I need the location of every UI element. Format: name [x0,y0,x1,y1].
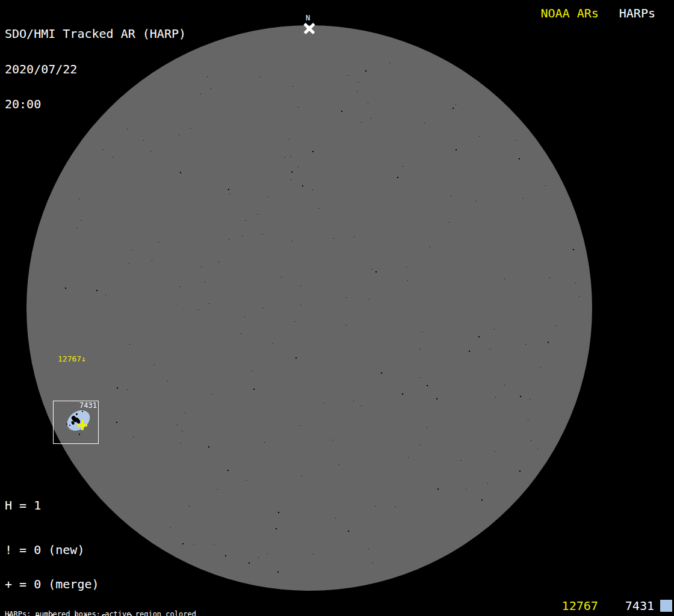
magnetogram-speck [476,201,477,202]
magnetogram-speck [376,271,377,273]
magnetogram-speck [487,483,488,484]
magnetogram-speck [246,480,247,481]
magnetogram-speck [150,151,151,152]
magnetogram-speck [528,419,528,420]
harp-color-swatch [660,600,672,612]
frame-date: 2020/07/22 [5,64,186,76]
magnetogram-speck [211,88,211,89]
magnetogram-speck [103,149,104,150]
magnetogram-speck [253,389,255,390]
magnetogram-speck [189,506,190,507]
magnetogram-speck [573,249,574,250]
magnetogram-speck [358,82,359,82]
noaa-ar-shifted-label: 12767↓ [58,354,86,363]
magnetogram-speck [127,389,128,390]
magnetogram-speck [209,303,209,304]
magnetogram-speck [249,562,250,564]
magnetogram-speck [300,286,301,286]
magnetogram-speck [403,166,403,167]
magnetogram-speck [262,234,262,235]
magnetogram-speck [575,283,576,283]
harp-box-label: 7431 [79,401,97,410]
magnetogram-speck [241,333,241,334]
harp-tracking-frame: N SDO/HMI Tracked AR (HARP) 2020/07/22 2… [0,0,674,616]
magnetogram-speck [449,222,450,223]
magnetogram-speck [113,157,113,158]
magnetogram-speck [180,172,181,173]
magnetogram-speck [430,247,430,247]
magnetogram-speck [214,544,214,544]
magnetogram-speck [176,304,176,304]
magnetogram-speck [504,279,505,279]
magnetogram-speck [229,194,230,194]
magnetogram-speck [348,75,348,76]
magnetogram-speck [225,555,226,556]
magnetogram-speck [96,290,97,291]
caption-block: HARPs: numbered boxes; active region col… [5,596,257,616]
magnetogram-speck [292,86,293,87]
frame-time: 20:00 [5,99,186,111]
magnetogram-speck [289,139,289,140]
magnetogram-speck [427,427,427,428]
magnetogram-speck [469,351,470,352]
magnetogram-speck [353,401,354,401]
magnetogram-speck [523,198,524,199]
magnetogram-speck [295,357,297,359]
magnetogram-speck [298,107,298,108]
magnetogram-speck [397,177,398,178]
magnetogram-speck [318,208,319,209]
magnetogram-speck [208,446,209,448]
magnetogram-speck [451,196,451,197]
legend-harp-count: H = 1 [5,498,41,513]
magnetogram-speck [129,263,129,264]
magnetogram-speck [419,377,420,378]
magnetogram-speck [152,260,152,261]
magnetogram-speck [181,443,181,443]
magnetogram-speck [179,286,180,287]
magnetogram-speck [373,562,373,563]
magnetogram-speck [167,381,168,381]
magnetogram-speck [372,269,373,270]
magnetogram-speck [408,457,409,458]
magnetogram-speck [548,342,549,343]
magnetogram-speck [481,499,483,500]
magnetogram-speck [519,470,521,472]
magnetogram-speck [133,437,134,437]
magnetogram-speck [65,288,66,289]
magnetogram-speck [244,316,245,317]
noaa-ars-heading: NOAA ARs [540,6,598,20]
magnetogram-speck [217,489,218,490]
magnetogram-speck [302,185,303,186]
magnetogram-speck [537,449,538,449]
legend-line-merge: + = 0 (merge) [5,579,143,590]
magnetogram-speck [530,399,530,399]
magnetogram-speck [424,123,425,123]
magnetogram-speck [143,140,144,141]
magnetogram-speck [242,236,243,236]
magnetogram-speck [79,199,79,199]
magnetogram-speck [479,136,480,137]
magnetogram-speck [218,262,219,262]
magnetogram-speck [300,305,301,306]
magnetogram-speck [348,531,349,532]
magnetogram-speck [291,179,291,180]
magnetogram-speck [201,266,202,267]
magnetogram-speck [395,507,395,507]
magnetogram-speck [211,394,212,395]
footer-harp-number: 7431 [625,599,654,613]
magnetogram-speck [294,321,295,322]
magnetogram-speck [437,488,439,490]
magnetogram-speck [313,554,314,555]
magnetogram-speck [369,299,369,300]
magnetogram-speck [515,140,516,141]
magnetogram-speck [246,220,246,221]
magnetogram-speck [381,372,382,374]
magnetogram-speck [368,103,368,104]
magnetogram-speck [207,76,208,77]
magnetogram-speck [549,277,550,278]
magnetogram-speck [525,344,526,345]
magnetogram-speck [278,512,279,513]
title-block: SDO/HMI Tracked AR (HARP) 2020/07/22 20:… [5,5,186,134]
magnetogram-speck [116,422,117,423]
magnetogram-speck [281,277,282,277]
